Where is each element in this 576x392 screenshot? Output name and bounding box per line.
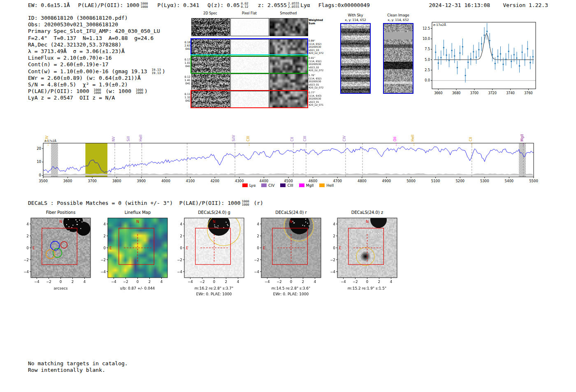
svg-text:4800: 4800 (358, 179, 367, 183)
footer-line1: No matching targets in catalog. (28, 360, 128, 367)
decals-plae-text: P(LAE)/P(OII): 1000 (179, 200, 241, 206)
clean-image (383, 23, 413, 94)
info-line: S/N = 4.8(±0.5) χ² = 1.9(±0.2) (28, 81, 165, 88)
lineflux-map-image (96, 217, 173, 288)
inline-fraction: 10001000 (94, 88, 101, 95)
with-sky-image (340, 23, 371, 94)
spectrum-legend: LyαCIVCIIIMgIIHeII (0, 183, 576, 188)
smoothed-row1-image (269, 39, 308, 56)
info-line: F=2.4" T=0.137 N=1.13 A=0.88 g=24.6 (28, 35, 165, 42)
qz-value: Q(z): 0.05 0.020.12 (207, 2, 249, 8)
smoothed-row3-image (269, 74, 308, 91)
info-line: λ = 3713.49Å σ = 3.06(±1.23)Å (28, 48, 165, 55)
pixelflat-row4-image (230, 91, 269, 108)
clean-image-title: Clean Image (374, 13, 422, 17)
fiber-positions-image (19, 217, 96, 288)
svg-text:SiII: SiII (126, 136, 130, 141)
pixelflat-row3-image (230, 74, 269, 91)
svg-text:CII: CII (290, 137, 294, 141)
decals-plae-frac-bot: 1000 (242, 203, 249, 206)
smoothed-row2-image (269, 56, 308, 74)
svg-text:5400: 5400 (505, 179, 514, 183)
fiber-positions-xlabel: arcsecs (31, 286, 91, 290)
svg-text:4200: 4200 (210, 179, 219, 183)
svg-text:CIII: CIII (303, 136, 307, 141)
decals-r-title: DECaLS(24.0) r (261, 210, 321, 215)
decals-header: DECaLS : Possible Matches = 0 (within +/… (28, 200, 263, 206)
legend-item-CIII: CIII (280, 183, 293, 188)
elixer-report: EW: 0.6±15.1Å P(LAE)/P(OII): 1000 100010… (0, 0, 576, 392)
info-line: EWr = 2.60(±0.89) (w: 0.64(±0.21))Å (28, 75, 165, 81)
lineflux-map-title: Lineflux Map (108, 210, 167, 215)
report-datetime: 2024-12-31 16:13:08 (429, 2, 490, 8)
legend-swatch (242, 183, 248, 187)
z-frac: 2.05552.0555 (288, 2, 299, 8)
line-fit-plot: 3660368037003720374037600.02.55.07.510.0… (420, 20, 539, 101)
svg-text:OII: OII (393, 137, 397, 141)
legend-swatch (280, 183, 286, 187)
svg-text:CIV: CIV (342, 136, 346, 141)
decals-band-suffix: (r) (251, 200, 263, 206)
decals-g-image (173, 217, 249, 288)
svg-text:3700: 3700 (88, 179, 97, 183)
plae-frac: 10001000 (140, 2, 148, 8)
legend-item-HeII: HeII (319, 183, 334, 188)
pixelflat-row1-image (230, 39, 269, 56)
2dspec-row1-image (191, 39, 230, 56)
svg-text:HeII: HeII (411, 135, 415, 141)
svg-text:5100: 5100 (431, 179, 440, 183)
qz-frac: 0.020.12 (241, 2, 249, 8)
svg-text:3700: 3700 (470, 91, 478, 95)
plae-poii-value: P(LAE)/P(OII): 1000 10001000 (78, 2, 149, 8)
svg-text:4100: 4100 (186, 179, 195, 183)
svg-text:2.5: 2.5 (425, 68, 430, 72)
row1-fiber-annotation: 0.89"(114, 652)20200530v021_03420_LU_072 (309, 39, 323, 55)
col-title-2dspec: 2D Spec (191, 12, 229, 15)
svg-text:3900: 3900 (137, 179, 146, 183)
clean-image-panel: Clean Image x, y: 114, 652 (374, 13, 422, 95)
with-sky-panel: With Sky x, y: 114, 652 (332, 13, 379, 95)
inline-fraction: 10001000 (136, 88, 143, 95)
svg-text:5300: 5300 (480, 179, 489, 183)
plae-text: P(LAE)/P(OII): 1000 (78, 2, 139, 8)
info-line: RA,Dec (242.321320,53.378288) (28, 42, 165, 48)
info-line: Cont(w) = 1.10(±0.00)e-16 (gmag 19.13 19… (28, 68, 165, 75)
decals-plae-frac: 10001000 (242, 200, 249, 206)
svg-text:4900: 4900 (382, 179, 391, 183)
footer-line2: Row intentionally blank. (28, 367, 128, 373)
row3-fiber-annotation: 1.76"(114, 652)20200530v023_01420_LU_072 (309, 74, 323, 89)
decals-z-title: DECaLS(24.0) z (337, 210, 397, 215)
svg-text:7.5: 7.5 (425, 47, 430, 51)
flags-value: Flags:0x00000049 (318, 2, 370, 8)
legend-item-MgII: MgII (299, 183, 314, 188)
svg-text:10.0: 10.0 (423, 37, 430, 41)
z-text: z: 2.0555 (258, 2, 287, 8)
pixelflat-row0-image (230, 18, 269, 36)
svg-text:3500: 3500 (39, 179, 48, 183)
svg-text:5500: 5500 (529, 179, 538, 183)
row4-fiber-annotation: 0.77"(114, 643)20200530v023_01420_LU_071 (309, 91, 323, 107)
row4-weight-labels: 0.111.32042 (182, 93, 190, 102)
col-title-smoothed: Smoothed (269, 12, 307, 15)
svg-text:e-17x2Å: e-17x2Å (433, 23, 446, 27)
weighted-sum-label: Weighted Sum (309, 19, 323, 25)
svg-text:3680: 3680 (452, 91, 460, 95)
svg-text:12.5: 12.5 (423, 27, 430, 30)
redshift-value: z: 2.0555 2.05552.0555 Lyα (258, 2, 310, 8)
decals-r-image (250, 217, 326, 288)
clean-image-coords: x, y: 114, 652 (374, 18, 422, 22)
decals-matches-text: DECaLS : Possible Matches = 0 (within +/… (28, 200, 179, 206)
pixelflat-row2-image (230, 56, 269, 74)
svg-text:0.0: 0.0 (425, 79, 430, 82)
row2-fiber-annotation: 0.91"(114, 652)20200530v023_02420_LU_072 (309, 56, 323, 72)
cutout-grid: 2D Spec Pixel Flat Smoothed Weighted Sum… (182, 12, 330, 109)
info-line: LyA z = 2.0547 OII z = N/A (28, 95, 165, 101)
svg-text:4600: 4600 (309, 179, 318, 183)
decals-r-caption2: EWr: 0. PLAE: 1000 (246, 292, 336, 296)
inline-fraction: 19.1319.13 (151, 68, 161, 74)
decals-z-image (326, 217, 402, 288)
svg-text:5000: 5000 (406, 179, 416, 183)
datetime-version: 2024-12-31 16:13:08 Version 1.22.3 (429, 2, 548, 8)
2dspec-row4-image (191, 91, 230, 108)
qz-text: Q(z): 0.05 (207, 2, 239, 8)
